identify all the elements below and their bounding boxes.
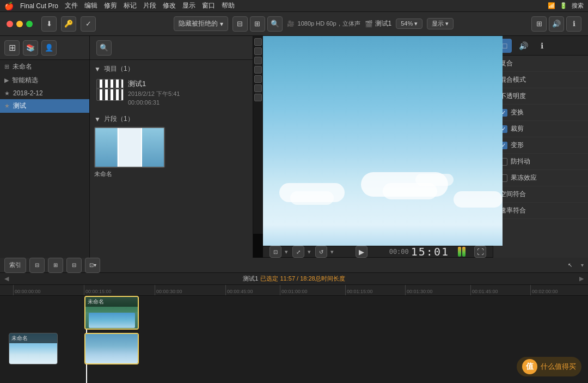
toolbar-center: 隐藏被拒绝的 ▾ ⊟ ⊞ 🔍 🎥 1080p HD 60p，立体声 🎬 测试1 … — [100, 16, 527, 32]
play-btn[interactable]: ▶ — [356, 246, 367, 258]
smart-icon: ▶ — [4, 77, 9, 84]
menu-view[interactable]: 显示 — [182, 1, 195, 10]
projects-section-header: ▼ 项目（1） — [94, 64, 248, 74]
view-options-btn[interactable]: ⊡▾ — [85, 258, 100, 273]
inspector-spatial[interactable]: 空间符合 — [493, 186, 588, 203]
sidebar-item-smart[interactable]: ▶ 智能精选 — [0, 74, 89, 87]
strip-btn-7[interactable] — [254, 94, 262, 101]
strip-btn-4[interactable] — [254, 66, 262, 74]
hidden-rejected-btn[interactable]: 隐藏被拒绝的 ▾ — [174, 16, 228, 31]
meter-right — [462, 247, 465, 257]
connected-clip[interactable]: 未命名 — [84, 296, 139, 330]
list-view-btn[interactable]: ⊟ — [232, 16, 248, 32]
inspector-rate[interactable]: 速率符合 — [493, 203, 588, 219]
apple-menu[interactable]: 🍎 — [4, 2, 14, 10]
menu-app[interactable]: Final Cut Pro — [20, 2, 58, 10]
menu-window[interactable]: 窗口 — [202, 1, 215, 10]
search-btn[interactable]: 🔍 — [267, 16, 283, 32]
grid-view-btn[interactable]: ⊞ — [250, 16, 265, 32]
clip-thumb-inner — [89, 313, 135, 328]
cursor-tool[interactable]: ↖ — [562, 258, 578, 273]
strip-btn-2[interactable] — [254, 47, 262, 55]
arrow-dropdown[interactable]: ▾ — [581, 262, 584, 268]
audio-meters — [458, 247, 465, 257]
menu-help[interactable]: 帮助 — [222, 1, 235, 10]
another-btn[interactable]: ⊟ — [66, 258, 82, 273]
fullscreen-btn[interactable]: ⛶ — [474, 246, 486, 258]
inspector-transform[interactable]: ✓ 变换 — [493, 105, 588, 121]
inspector-blend-mode[interactable]: 混合模式 — [493, 72, 588, 88]
timeline-fwd-btn[interactable]: ▶ — [579, 275, 584, 282]
dropdown-arrow: ▾ — [220, 20, 223, 28]
sidebar-item-test[interactable]: ★ 测试 — [0, 99, 89, 113]
menu-mark[interactable]: 标记 — [124, 1, 137, 10]
checkmark-btn[interactable]: ✓ — [81, 16, 96, 32]
blade-btn[interactable]: ⊞ — [48, 258, 63, 273]
menu-clip[interactable]: 片段 — [143, 1, 156, 10]
menu-trim[interactable]: 修剪 — [104, 1, 117, 10]
clips-triangle-icon: ▼ — [94, 115, 101, 123]
inspector-tab-info[interactable]: ℹ — [535, 39, 549, 53]
sidebar-item-date[interactable]: ★ 2018-2-12 — [0, 87, 89, 99]
list-clip-btn[interactable]: ⊟ — [29, 258, 45, 273]
inspector-rolling-shutter[interactable]: 果冻效应 — [493, 170, 588, 186]
strip-btn-5[interactable] — [254, 75, 262, 83]
grid-view-icon[interactable]: ⊞ — [4, 40, 20, 56]
inspector-distort[interactable]: ✓ 变形 — [493, 137, 588, 154]
inspector-panel: □ 🔊 ℹ 复合 混合模式 不透明度 ✓ 变换 ✓ 裁剪 ✓ — [493, 36, 588, 258]
timeline-tracks: 未命名 未命名 — [0, 296, 588, 383]
info-btn[interactable]: ℹ — [566, 16, 581, 32]
strip-btn-3[interactable] — [254, 57, 262, 64]
project-name: 测试1 — [128, 79, 246, 89]
sidebar-label-test: 测试 — [13, 101, 26, 111]
project-name-display: 测试1 — [375, 19, 392, 28]
strip-btn-6[interactable] — [254, 84, 262, 92]
clip-item[interactable]: 未命名 — [94, 127, 248, 178]
crop-label: 裁剪 — [511, 124, 524, 133]
menu-file[interactable]: 文件 — [65, 1, 78, 10]
retiming-btn[interactable]: ↺ — [315, 246, 327, 258]
library-icon-btn[interactable]: ⬇ — [41, 16, 57, 32]
sidebar-item-unnamed[interactable]: ⊞ 未命名 — [0, 60, 89, 74]
crop-icon-btn[interactable]: ⊡ — [270, 246, 281, 258]
blend-mode-label: 混合模式 — [500, 75, 526, 84]
audio-btn[interactable]: 🔊 — [549, 16, 564, 32]
close-button[interactable] — [7, 21, 13, 27]
lib-icon[interactable]: 📚 — [23, 40, 38, 56]
clip-2[interactable] — [84, 333, 139, 364]
lib-search-btn[interactable]: 🔍 — [96, 40, 112, 56]
ruler-2: 00:00:30:00 — [155, 285, 182, 295]
key-btn[interactable]: 🔑 — [61, 16, 76, 32]
inspector-composite[interactable]: 复合 — [493, 56, 588, 72]
timeline-back-btn[interactable]: ◀ — [4, 275, 9, 282]
project-item-test1[interactable]: 测试1 2018/2/12 下午5:41 00:00:06:31 — [94, 77, 248, 108]
inspector-tabs: □ 🔊 ℹ — [493, 36, 588, 56]
minimize-button[interactable] — [16, 21, 23, 27]
inspector-tab-audio[interactable]: 🔊 — [516, 39, 530, 53]
right-toolbar-group: ⊞ 🔊 ℹ — [531, 16, 581, 32]
inspector-stabilize[interactable]: 防抖动 — [493, 154, 588, 170]
timeline-selection-info: 已选定 11:57 / 18:28总时间长度 — [260, 275, 345, 283]
triangle-icon: ▼ — [94, 65, 101, 73]
menu-modify[interactable]: 修改 — [163, 1, 176, 10]
fullscreen-button[interactable] — [26, 21, 33, 27]
library-toolbar: 🔍 — [90, 36, 253, 60]
sky-bg — [263, 36, 503, 246]
display-btn[interactable]: 显示 ▾ — [427, 18, 454, 29]
inspector-layout-btn[interactable]: ⊞ — [531, 16, 547, 32]
watermark: 值 什么值得买 — [517, 357, 581, 376]
person-icon[interactable]: 👤 — [41, 40, 57, 56]
inspector-crop[interactable]: ✓ 裁剪 — [493, 121, 588, 137]
clip-1[interactable]: 未命名 — [9, 333, 58, 364]
inspector-opacity[interactable]: 不透明度 — [493, 88, 588, 105]
timecode-main: 15:01 — [411, 245, 449, 258]
project-label: 🎬 测试1 — [365, 19, 392, 28]
traffic-lights — [7, 21, 33, 27]
zoom-dropdown[interactable]: 54% ▾ — [396, 19, 422, 29]
timeline-project-name: 测试1 — [243, 275, 258, 283]
index-btn[interactable]: 索引 — [4, 258, 26, 273]
transform-btn[interactable]: ⤢ — [292, 246, 304, 258]
strip-btn-1[interactable] — [254, 38, 262, 46]
ruler-1: 00:00:15:00 — [84, 285, 112, 295]
menu-edit[interactable]: 编辑 — [84, 1, 97, 10]
